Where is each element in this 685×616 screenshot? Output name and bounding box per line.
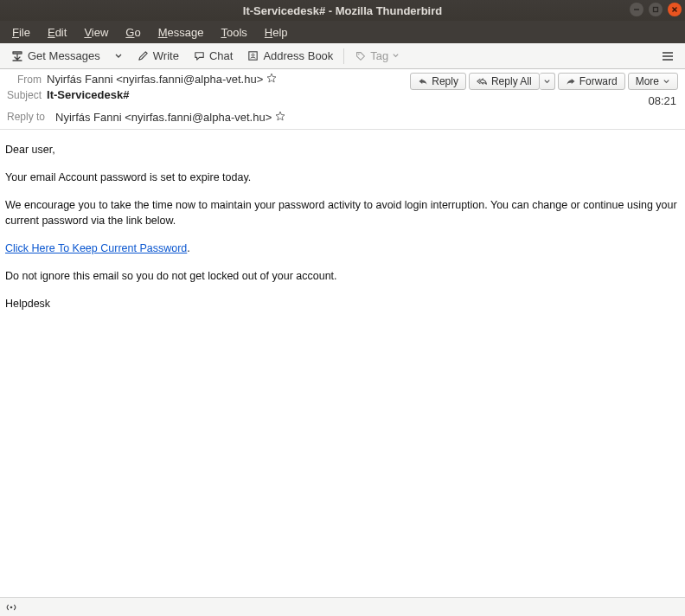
minimize-button[interactable] bbox=[630, 3, 643, 16]
write-label: Write bbox=[153, 49, 179, 62]
chat-label: Chat bbox=[209, 49, 233, 62]
address-book-label: Address Book bbox=[263, 49, 333, 62]
chevron-down-icon bbox=[392, 52, 400, 60]
star-icon[interactable] bbox=[266, 73, 277, 86]
menu-file[interactable]: File bbox=[3, 21, 39, 43]
mail-time: 08:21 bbox=[648, 94, 678, 107]
svg-point-10 bbox=[10, 606, 13, 608]
menu-help[interactable]: Help bbox=[256, 21, 297, 43]
more-button[interactable]: More bbox=[628, 73, 678, 90]
get-messages-button[interactable]: Get Messages bbox=[5, 47, 106, 66]
reply-button[interactable]: Reply bbox=[410, 73, 466, 90]
body-p4: Do not ignore this email so you do not g… bbox=[5, 268, 680, 285]
menu-view[interactable]: View bbox=[75, 21, 117, 43]
subject-label: Subject bbox=[7, 89, 47, 101]
status-bar bbox=[0, 597, 685, 616]
svg-point-6 bbox=[358, 54, 359, 55]
toolbar-separator bbox=[343, 48, 344, 64]
phishing-link[interactable]: Click Here To Keep Current Password bbox=[5, 242, 187, 254]
body-p3: We encourage you to take the time now to… bbox=[5, 197, 680, 230]
forward-icon bbox=[566, 77, 576, 86]
svg-point-5 bbox=[253, 54, 255, 56]
body-p1: Dear user, bbox=[5, 142, 680, 158]
reply-all-button[interactable]: Reply All bbox=[469, 73, 540, 90]
address-book-button[interactable]: Address Book bbox=[241, 47, 338, 65]
menu-tools[interactable]: Tools bbox=[212, 21, 255, 43]
tag-button[interactable]: Tag bbox=[349, 47, 405, 65]
reply-to-value[interactable]: Nyirfás Fanni <nyirfas.fanni@alpha-vet.h… bbox=[55, 111, 272, 124]
from-label: From bbox=[7, 74, 47, 86]
reply-to-label: Reply to bbox=[7, 111, 50, 124]
chat-icon bbox=[193, 49, 206, 62]
reply-all-icon bbox=[477, 77, 488, 86]
online-status-icon[interactable] bbox=[5, 601, 17, 613]
download-icon bbox=[10, 49, 24, 63]
mail-body: Dear user, Your email Account password i… bbox=[0, 130, 685, 597]
close-button[interactable] bbox=[668, 3, 682, 16]
reply-all-dropdown[interactable] bbox=[540, 73, 555, 90]
write-button[interactable]: Write bbox=[131, 47, 184, 65]
svg-rect-1 bbox=[654, 8, 658, 12]
chevron-down-icon bbox=[114, 52, 123, 61]
from-value[interactable]: Nyirfás Fanni <nyirfas.fanni@alpha-vet.h… bbox=[47, 73, 263, 86]
tag-icon bbox=[355, 50, 367, 62]
tag-label: Tag bbox=[370, 49, 388, 62]
forward-button[interactable]: Forward bbox=[558, 73, 625, 90]
menu-message[interactable]: Message bbox=[150, 21, 213, 43]
mail-header: From Nyirfás Fanni <nyirfas.fanni@alpha-… bbox=[0, 69, 685, 130]
window-title: It-Servicedesk# - Mozilla Thunderbird bbox=[243, 4, 442, 17]
hamburger-icon bbox=[661, 50, 675, 62]
maximize-button[interactable] bbox=[649, 3, 663, 16]
subject-value: It-Servicedesk# bbox=[47, 88, 277, 101]
menu-edit[interactable]: Edit bbox=[39, 21, 75, 43]
pencil-icon bbox=[137, 49, 150, 62]
menu-bar: File Edit View Go Message Tools Help bbox=[0, 21, 685, 43]
window-controls bbox=[630, 3, 682, 16]
body-p2: Your email Account password is set to ex… bbox=[5, 170, 680, 186]
chevron-down-icon bbox=[543, 78, 551, 86]
menu-go[interactable]: Go bbox=[117, 21, 149, 43]
menu-hamburger-button[interactable] bbox=[656, 48, 680, 65]
toolbar: Get Messages Write Chat Address Book Tag bbox=[0, 43, 685, 69]
reply-icon bbox=[418, 77, 428, 86]
get-messages-label: Get Messages bbox=[28, 49, 100, 62]
get-messages-dropdown[interactable] bbox=[109, 49, 128, 63]
star-icon[interactable] bbox=[275, 111, 285, 124]
chat-button[interactable]: Chat bbox=[188, 47, 238, 65]
window-title-bar: It-Servicedesk# - Mozilla Thunderbird bbox=[0, 0, 685, 21]
address-book-icon bbox=[246, 49, 259, 62]
chevron-down-icon bbox=[663, 78, 670, 86]
body-p5: Helpdesk bbox=[5, 296, 680, 312]
